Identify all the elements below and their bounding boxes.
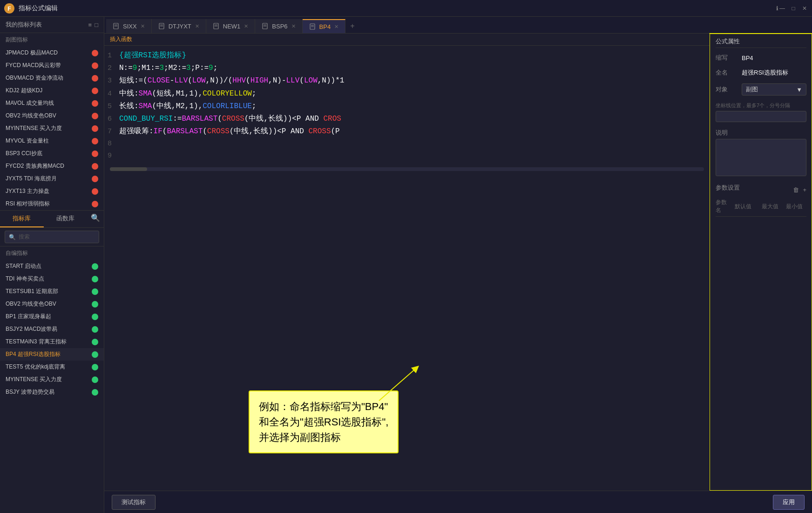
window-controls: — □ ✕ (778, 5, 808, 12)
sidebar-item-label: TESTMAIN3 背离王指标 (6, 338, 67, 346)
code-lines: 1 {超强RSI选股指标} 2 N:=9;M1:=3;M2:=3;P:=9; 3… (104, 46, 710, 165)
editor-tab[interactable]: DTJYXT ✕ (152, 19, 206, 33)
desc-label: 说明 (716, 129, 742, 137)
scrollbar-thumb[interactable] (110, 167, 147, 171)
tab-close-btn[interactable]: ✕ (141, 23, 145, 29)
tab-func[interactable]: 函数库 (44, 211, 88, 227)
sidebar-item-custom[interactable]: TEST5 优化的kdj底背离 (0, 361, 104, 373)
param-section: 参数设置 🗑 + 参数名 默认值 最大值 最小值 (716, 184, 806, 217)
sidebar-item-builtin[interactable]: RSI 相对强弱指标 (0, 198, 104, 210)
sidebar-item-builtin[interactable]: MYINTENSE 买入力度 (0, 122, 104, 135)
sidebar-item-builtin[interactable]: JYXT13 主力操盘 (0, 185, 104, 198)
sidebar-item-label: OBV2 均线变色OBV (6, 112, 56, 120)
list-view-icon[interactable]: ≡ (88, 21, 92, 28)
horizontal-scrollbar[interactable] (110, 167, 704, 171)
sidebar-item-label: TESTSUB1 近期底部 (6, 287, 58, 295)
indicator-dot (92, 314, 98, 320)
param-table-header: 参数名 默认值 最大值 最小值 (716, 198, 806, 217)
line-content[interactable]: {超强RSI选股指标} (119, 49, 186, 62)
tab-close-btn[interactable]: ✕ (244, 23, 248, 29)
line-content[interactable]: 超强吸筹:IF(BARSLAST(CROSS(中线,长线))<P AND CRO… (119, 125, 340, 138)
sidebar-item-builtin[interactable]: MAVOL 成交量均线 (0, 97, 104, 109)
line-content[interactable]: 长线:SMA(中线,M2,1),COLORLIBLUE; (119, 100, 256, 113)
dropdown-icon: ▼ (796, 86, 802, 93)
target-select[interactable]: 副图 ▼ (742, 83, 806, 96)
line-content[interactable]: 中线:SMA(短线,M1,1),COLORYELLOW; (119, 88, 256, 100)
file-icon (213, 23, 219, 29)
editor-tab[interactable]: BSP6 ✕ (255, 19, 302, 33)
code-line: 6 COND_BUY_RSI:=BARSLAST(CROSS(中线,长线))<P… (104, 113, 710, 125)
annotation-line3: 并选择为副图指标 (259, 430, 388, 445)
sidebar-item-custom[interactable]: MYINTENSE 买入力度 (0, 373, 104, 386)
maximize-btn[interactable]: □ (790, 5, 797, 12)
sidebar-item-custom[interactable]: START 启动点 (0, 260, 104, 273)
desc-row: 说明 (716, 129, 806, 176)
sidebar-item-label: BSJY2 MACD波带易 (6, 325, 57, 333)
sidebar-item-custom[interactable]: BP1 庄家现身暴起 (0, 310, 104, 323)
editor-tab[interactable]: BP4 ✕ (303, 19, 346, 33)
tab-add-btn[interactable]: + (345, 19, 359, 33)
abbr-label: 缩写 (716, 54, 742, 62)
tab-close-btn[interactable]: ✕ (334, 24, 338, 30)
param-add-icon[interactable]: + (803, 186, 806, 193)
sidebar-item-custom[interactable]: TESTMAIN3 背离王指标 (0, 335, 104, 348)
indicator-dot (92, 301, 98, 308)
indicator-dot (92, 176, 98, 182)
search-box[interactable]: 🔍 搜索 (5, 231, 99, 243)
sidebar-item-label: TDI 神奇买卖点 (6, 275, 44, 283)
sidebar-item-builtin[interactable]: OBV2 均线变色OBV (0, 109, 104, 122)
main-layout: 我的指标列表 ≡ □ 副图指标 JPMACD 极品MACDFYCD MACD风云… (0, 17, 812, 513)
abbr-value[interactable]: BP4 (742, 55, 753, 62)
sidebar-item-builtin[interactable]: JYXT5 TDI 海底捞月 (0, 172, 104, 185)
minimize-btn[interactable]: — (778, 5, 786, 12)
sidebar-item-label: START 启动点 (6, 262, 41, 270)
sidebar-item-builtin[interactable]: KDJ2 超级KDJ (0, 84, 104, 97)
sidebar-item-custom[interactable]: TESTSUB1 近期底部 (0, 285, 104, 298)
insert-func-bar[interactable]: 插入函数 (104, 34, 710, 46)
line-content[interactable]: COND_BUY_RSI:=BARSLAST(CROSS(中线,长线))<P A… (119, 113, 341, 125)
line-content[interactable]: N:=9;M1:=3;M2:=3;P:=9; (119, 62, 217, 75)
sidebar-item-custom[interactable]: BSJY 波带趋势交易 (0, 386, 104, 398)
apply-btn[interactable]: 应用 (773, 495, 805, 510)
tab-indicator[interactable]: 指标库 (0, 211, 44, 227)
sidebar-item-builtin[interactable]: FYCD2 贵族典雅MACD (0, 160, 104, 172)
annotation-box: 例如：命名指标缩写为"BP4" 和全名为"超强RSI选股指标", 并选择为副图指… (249, 390, 399, 453)
sidebar-item-custom[interactable]: TDI 神奇买卖点 (0, 273, 104, 285)
sidebar-item-builtin[interactable]: FYCD MACD风云彩带 (0, 59, 104, 72)
fullname-label: 全名 (716, 68, 742, 77)
indicator-dot (92, 113, 98, 119)
search-icon[interactable]: 🔍 (87, 211, 104, 227)
sidebar-item-builtin[interactable]: OBVMACD 资金净流动 (0, 72, 104, 84)
fullname-value[interactable]: 超强RSI选股指标 (742, 68, 788, 77)
tab-label: SIXX (123, 23, 137, 30)
desc-input[interactable] (716, 139, 806, 176)
sidebar-item-builtin[interactable]: JPMACD 极品MACD (0, 47, 104, 59)
tab-label: BP4 (319, 23, 331, 30)
code-line: 7 超强吸筹:IF(BARSLAST(CROSS(中线,长线))<P AND C… (104, 125, 710, 138)
editor-tab[interactable]: NEW1 ✕ (206, 19, 256, 33)
indicator-dot (92, 50, 98, 56)
editor-tab[interactable]: SIXX ✕ (106, 19, 152, 33)
sidebar-item-builtin[interactable]: BSP3 CCI抄底 (0, 147, 104, 160)
line-number: 2 (104, 62, 119, 75)
line-content[interactable]: 短线:=(CLOSE-LLV(LOW,N))/(HHV(HIGH,N)-LLV(… (119, 75, 344, 87)
sidebar-item-label: BSJY 波带趋势交易 (6, 388, 54, 396)
sidebar-item-custom[interactable]: BSJY2 MACD波带易 (0, 323, 104, 335)
coord-input[interactable] (716, 111, 806, 122)
sidebar-header: 我的指标列表 ≡ □ (0, 17, 104, 33)
grid-view-icon[interactable]: □ (95, 21, 98, 28)
sidebar-item-custom[interactable]: OBV2 均线变色OBV (0, 298, 104, 310)
code-editor[interactable]: 插入函数 1 {超强RSI选股指标} 2 N:=9;M1:=3;M2:=3;P:… (104, 34, 710, 491)
tab-close-btn[interactable]: ✕ (195, 23, 199, 29)
tab-close-btn[interactable]: ✕ (291, 23, 296, 29)
close-btn[interactable]: ✕ (801, 5, 808, 12)
tab-label: NEW1 (223, 23, 241, 30)
code-line: 9 (104, 150, 710, 162)
test-indicator-btn[interactable]: 测试指标 (112, 495, 156, 510)
file-icon (309, 23, 316, 30)
sidebar-item-custom[interactable]: BP4 超强RSI选股指标 (0, 348, 104, 361)
coord-hint: 坐标线位置，最多7个，分号分隔 (716, 102, 806, 109)
annotation-line2: 和全名为"超强RSI选股指标", (259, 414, 388, 430)
sidebar-item-builtin[interactable]: MYVOL 资金量柱 (0, 135, 104, 147)
param-delete-icon[interactable]: 🗑 (793, 186, 799, 193)
